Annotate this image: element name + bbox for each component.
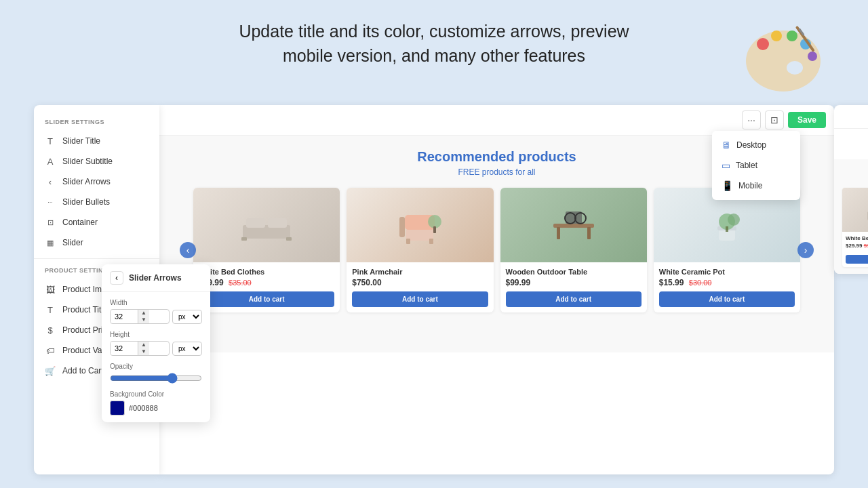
preview-panel: ··· ⊡ Save 🖥 Desktop ▭ Tablet 📱 Mobile R… — [159, 105, 834, 474]
desktop-icon: 🖥 — [722, 140, 731, 150]
mini-slider-preview: Recommended products FREE products for a… — [834, 159, 868, 274]
device-dropdown: 🖥 Desktop ▭ Tablet 📱 Mobile — [712, 131, 800, 200]
arrows-icon: ‹ — [45, 176, 56, 187]
subtitle-icon: A — [45, 156, 56, 167]
width-up-button[interactable]: ▲ — [138, 310, 149, 317]
cart-icon: 🛒 — [45, 365, 56, 376]
width-input-row: ▲ ▼ px % em — [110, 309, 202, 324]
product-image-3 — [500, 188, 647, 262]
opacity-label: Opacity — [110, 363, 202, 370]
mini-product-name-1: White Bed Clothes — [846, 235, 868, 241]
slider-next-button[interactable]: › — [797, 242, 814, 258]
product-price-4: $15.99 $30.00 — [659, 278, 795, 287]
height-input[interactable] — [111, 342, 138, 354]
width-input[interactable] — [111, 310, 138, 323]
width-down-button[interactable]: ▼ — [138, 317, 149, 323]
add-to-cart-1[interactable]: Add to cart — [199, 291, 334, 307]
width-spinners: ▲ ▼ — [138, 310, 149, 323]
desktop-option[interactable]: 🖥 Desktop — [712, 135, 800, 155]
svg-rect-18 — [399, 217, 405, 237]
mini-add-to-cart-1[interactable]: Add to cart — [846, 255, 868, 264]
height-up-button[interactable]: ▲ — [138, 342, 149, 348]
palette-decoration — [739, 10, 827, 98]
product-image-2 — [347, 188, 493, 262]
height-unit-select[interactable]: px % em — [172, 342, 202, 356]
product-card-2: Pink Armchair $750.00 Add to cart — [347, 188, 493, 312]
svg-rect-10 — [246, 218, 265, 228]
width-unit-select[interactable]: px % em — [172, 310, 202, 324]
product-info-1: White Bed Clothes $29.99 $35.00 Add to c… — [193, 262, 340, 312]
mini-preview: ··· ⊡ Save 🖥 Desktop ▭ Tablet 📱 Mobile R… — [834, 105, 868, 274]
bg-color-label: Background Color — [110, 390, 202, 398]
svg-rect-20 — [433, 226, 436, 233]
mini-products-row: White Bed Clothes $29.99 $35.00 Add to c… — [842, 188, 868, 267]
arrows-panel-header: ‹ Slider Arrows — [102, 264, 210, 292]
color-row: #000888 — [110, 401, 202, 415]
product-name-1: White Bed Clothes — [199, 268, 334, 276]
product-price-2: $750.00 — [352, 278, 488, 287]
container-icon: ⊡ — [45, 217, 56, 228]
sidebar-item-slider-title[interactable]: T Slider Title — [34, 131, 159, 151]
svg-rect-23 — [587, 227, 591, 239]
svg-point-0 — [746, 30, 821, 92]
product-name-3: Wooden Outdoor Table — [506, 268, 642, 276]
sidebar-item-slider-subtitle[interactable]: A Slider Subtitle — [34, 151, 159, 171]
mini-product-price-1: $29.99 $35.00 — [846, 243, 868, 249]
svg-point-1 — [787, 61, 803, 75]
opacity-slider[interactable] — [110, 373, 202, 384]
svg-point-4 — [787, 30, 797, 41]
color-hex: #000888 — [129, 404, 158, 412]
product-image-1 — [193, 188, 340, 262]
add-to-cart-3[interactable]: Add to cart — [506, 291, 642, 307]
product-info-3: Wooden Outdoor Table $99.99 Add to cart — [500, 262, 647, 312]
height-input-row: ▲ ▼ px % em — [110, 341, 202, 356]
arrows-panel-back-button[interactable]: ‹ — [110, 271, 123, 285]
text-icon: T — [45, 136, 56, 146]
sidebar-item-slider[interactable]: ▦ Slider — [34, 232, 159, 253]
mobile-icon: 📱 — [722, 180, 733, 191]
mini-slider-title: Recommended products — [842, 166, 868, 174]
slider-icon: ▦ — [45, 237, 56, 248]
product-name-2: Pink Armchair — [352, 268, 488, 276]
arrows-panel-title: Slider Arrows — [129, 273, 182, 283]
price-icon: $ — [45, 325, 56, 336]
height-input-wrap: ▲ ▼ — [110, 341, 170, 356]
svg-rect-11 — [268, 218, 287, 228]
mini-product-image-1 — [842, 188, 868, 232]
bullets-icon: ··· — [45, 197, 56, 207]
svg-rect-13 — [286, 237, 292, 241]
mini-product-info-1: White Bed Clothes $29.99 $35.00 Add to c… — [842, 232, 868, 267]
slider-prev-button[interactable]: ‹ — [180, 242, 196, 258]
height-spinners: ▲ ▼ — [138, 342, 149, 355]
mini-slider-subtitle: FREE products for all — [842, 176, 868, 182]
sidebar-item-slider-arrows[interactable]: ‹ Slider Arrows — [34, 171, 159, 192]
mobile-option[interactable]: 📱 Mobile — [712, 176, 800, 196]
height-down-button[interactable]: ▼ — [138, 348, 149, 355]
tablet-icon: ▭ — [722, 160, 730, 171]
sidebar-section1-title: SLIDER SETTINGS — [34, 116, 159, 131]
image-icon: 🖼 — [45, 284, 56, 295]
tablet-option[interactable]: ▭ Tablet — [712, 155, 800, 176]
arrows-panel: ‹ Slider Arrows Width ▲ ▼ px % em Height — [102, 264, 210, 422]
sidebar-item-slider-bullets[interactable]: ··· Slider Bullets — [34, 192, 159, 212]
svg-rect-12 — [241, 237, 247, 241]
svg-point-2 — [757, 38, 769, 50]
product-price-1: $29.99 $35.00 — [199, 278, 334, 287]
product-title-icon: T — [45, 304, 56, 315]
sidebar-item-container[interactable]: ⊡ Container — [34, 212, 159, 232]
svg-rect-16 — [406, 239, 410, 244]
svg-rect-17 — [429, 239, 433, 244]
width-label: Width — [110, 299, 202, 306]
product-info-2: Pink Armchair $750.00 Add to cart — [347, 262, 493, 312]
add-to-cart-4[interactable]: Add to cart — [659, 291, 795, 307]
variants-icon: 🏷 — [45, 345, 56, 356]
width-input-wrap: ▲ ▼ — [110, 309, 170, 324]
mini-product-card-1: White Bed Clothes $29.99 $35.00 Add to c… — [842, 188, 868, 267]
svg-point-6 — [808, 52, 817, 61]
svg-rect-14 — [406, 228, 433, 241]
add-to-cart-2[interactable]: Add to cart — [352, 291, 488, 307]
height-label: Height — [110, 331, 202, 338]
product-card-1: White Bed Clothes $29.99 $35.00 Add to c… — [193, 188, 340, 312]
color-swatch[interactable] — [110, 401, 125, 415]
product-price-3: $99.99 — [506, 278, 642, 287]
